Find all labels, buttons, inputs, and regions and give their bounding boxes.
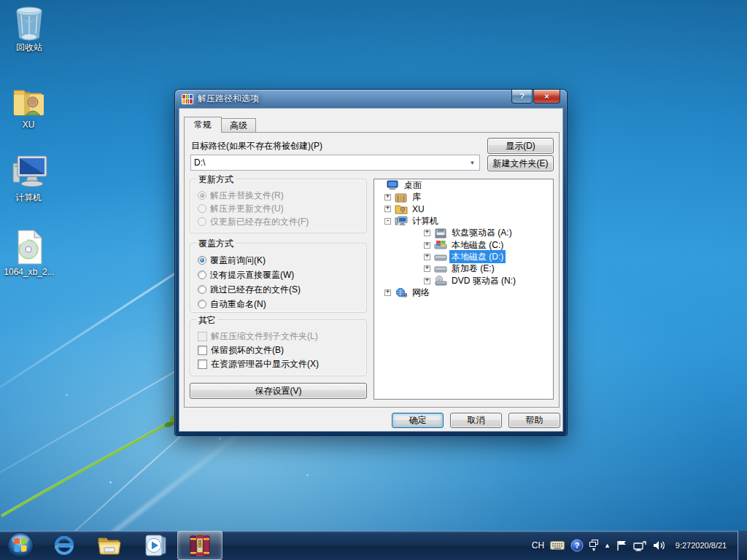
cancel-button[interactable]: 取消 <box>450 413 502 428</box>
display-button[interactable]: 显示(D) <box>487 138 554 154</box>
checkbox-show-in-explorer[interactable]: 在资源管理器中显示文件(X) <box>198 357 363 371</box>
radio-auto-rename[interactable]: 自动重命名(N) <box>198 297 363 311</box>
target-path-combobox[interactable]: D:\ <box>190 155 480 171</box>
libraries-icon <box>395 192 408 203</box>
language-indicator[interactable]: CH <box>532 540 544 551</box>
computer-node-icon <box>395 216 408 226</box>
radio-ask-before-overwrite[interactable]: 覆盖前询问(K) <box>198 253 363 268</box>
radio-label: 解压并替换文件(R) <box>210 190 284 202</box>
checkbox-icon <box>198 359 207 369</box>
checkbox-keep-broken-files[interactable]: 保留损坏的文件(B) <box>198 343 363 357</box>
tree-item-libraries[interactable]: + 库 <box>374 191 553 203</box>
windows-stack-tray-icon[interactable]: ▼ <box>589 540 598 551</box>
tree-expander-icon[interactable]: + <box>384 289 391 296</box>
folder-icon <box>97 534 122 556</box>
taskbar: CH ? ▼ ▲ 9:27 2020/ <box>0 531 747 560</box>
tree-item-network[interactable]: + 网络 <box>374 287 553 299</box>
tab-general[interactable]: 常规 <box>184 117 222 133</box>
clock-time: 9:27 <box>676 540 691 551</box>
save-settings-button[interactable]: 保存设置(V) <box>190 383 367 399</box>
close-icon: × <box>544 92 549 101</box>
desktop-icon-xu-folder[interactable]: XU <box>0 85 57 130</box>
desktop-icon-label: XU <box>21 120 36 130</box>
show-desktop-button[interactable] <box>738 531 747 560</box>
tree-item-floppy-a[interactable]: + 软盘驱动器 (A:) <box>374 228 553 239</box>
desktop-icon-computer[interactable]: 计算机 <box>0 153 57 203</box>
user-folder-icon <box>395 204 408 214</box>
ok-button[interactable]: 确定 <box>392 413 444 428</box>
desktop: 回收站 XU 计算机 <box>0 0 747 560</box>
dialog-titlebar[interactable]: 解压路径和选项 ? × <box>175 90 567 108</box>
keyboard-layout-icon[interactable] <box>550 540 565 551</box>
button-label: 新建文件夹(E) <box>493 158 549 170</box>
radio-icon <box>198 191 206 200</box>
tree-expander-icon[interactable]: + <box>384 206 391 212</box>
tree-expander-icon[interactable]: + <box>424 254 430 260</box>
tree-item-label: DVD 驱动器 (N:) <box>449 274 518 288</box>
volume-tray-icon[interactable] <box>653 540 666 551</box>
group-misc: 其它 解压压缩文件到子文件夹(L) 保留损坏的文件(B) 在资源管理器中显 <box>190 319 367 376</box>
taskbar-clock[interactable]: 9:27 2020/8/21 <box>672 540 730 551</box>
tree-expander-icon[interactable]: + <box>424 242 430 249</box>
tab-page-general: 目标路径(如果不存在将被创建)(P) D:\ 显示(D) 新建文件夹(E) 更新… <box>184 132 560 408</box>
winrar-extract-dialog: 解压路径和选项 ? × 常规 高级 目标路径(如果不存在将被创建)(P) D:\ <box>175 90 567 435</box>
svg-text:?: ? <box>575 541 580 550</box>
radio-label: 跳过已经存在的文件(S) <box>210 284 301 296</box>
taskbar-media-player[interactable] <box>140 531 172 560</box>
action-center-flag-icon[interactable] <box>616 540 627 551</box>
computer-icon <box>9 153 48 191</box>
wallpaper-sparkle <box>219 438 221 440</box>
tree-item-label: 库 <box>410 190 423 204</box>
desktop-icon-label: 1064_xb_2... <box>2 267 55 277</box>
titlebar-close-button[interactable]: × <box>533 90 560 104</box>
tab-advanced[interactable]: 高级 <box>221 118 256 133</box>
button-label: 取消 <box>468 414 485 427</box>
tree-item-dvd-drive-n[interactable]: + DVD 驱动器 (N:) <box>374 275 553 287</box>
tree-item-desktop[interactable]: 桌面 <box>374 179 553 191</box>
show-hidden-icons-button[interactable]: ▲ <box>604 542 611 549</box>
help-button[interactable]: 帮助 <box>508 413 560 428</box>
user-folder-icon <box>11 85 46 118</box>
taskbar-winrar-active[interactable] <box>177 531 222 560</box>
tree-item-user-xu[interactable]: + XU <box>374 203 553 215</box>
taskbar-internet-explorer[interactable] <box>48 531 80 560</box>
tree-item-computer[interactable]: - 计算机 <box>374 215 553 227</box>
new-folder-button[interactable]: 新建文件夹(E) <box>487 155 554 171</box>
winrar-books-icon <box>188 534 212 557</box>
winrar-icon <box>182 93 193 105</box>
titlebar-help-button[interactable]: ? <box>511 90 533 104</box>
radio-overwrite-without-prompt[interactable]: 没有提示直接覆盖(W) <box>198 268 363 282</box>
tree-expander-icon[interactable]: + <box>424 278 430 284</box>
media-player-icon <box>144 534 169 557</box>
help-tray-icon[interactable]: ? <box>570 539 584 552</box>
tree-expander-icon[interactable]: - <box>384 218 391 225</box>
radio-icon <box>198 256 206 265</box>
target-path-value: D:\ <box>194 158 205 168</box>
radio-icon <box>198 271 206 279</box>
desktop-icon-recycle-bin[interactable]: 回收站 <box>1 6 58 52</box>
checkbox-icon <box>198 346 207 355</box>
tab-label: 高级 <box>230 120 247 131</box>
recycle-bin-icon <box>12 6 46 41</box>
tree-item-local-disk-d[interactable]: + 本地磁盘 (D:) <box>374 251 553 262</box>
dropdown-arrow-icon[interactable] <box>466 156 479 169</box>
tree-expander-icon[interactable]: + <box>424 265 430 272</box>
radio-label: 仅更新已经存在的文件(F) <box>210 216 309 228</box>
taskbar-explorer[interactable] <box>93 531 125 560</box>
tree-expander-icon[interactable]: + <box>424 230 430 236</box>
button-label: 显示(D) <box>506 140 535 152</box>
network-tray-icon[interactable] <box>633 540 647 551</box>
desktop-node-icon <box>387 180 400 190</box>
radio-skip-existing[interactable]: 跳过已经存在的文件(S) <box>198 282 363 297</box>
tree-expander-icon[interactable]: + <box>384 194 391 201</box>
tab-label: 常规 <box>194 120 212 130</box>
start-button[interactable] <box>1 531 39 560</box>
wallpaper-sparkle <box>306 474 309 476</box>
folder-tree[interactable]: 桌面 + 库 + XU - 计算机 <box>374 179 554 400</box>
tree-item-local-disk-c[interactable]: + 本地磁盘 (C:) <box>374 239 553 251</box>
checkbox-label: 解压压缩文件到子文件夹(L) <box>211 330 318 343</box>
radio-label: 解压并更新文件(U) <box>210 203 284 215</box>
group-title: 覆盖方式 <box>196 238 236 250</box>
tree-item-new-volume-e[interactable]: + 新加卷 (E:) <box>374 263 553 275</box>
desktop-icon-disc-file[interactable]: 1064_xb_2... <box>1 229 58 277</box>
